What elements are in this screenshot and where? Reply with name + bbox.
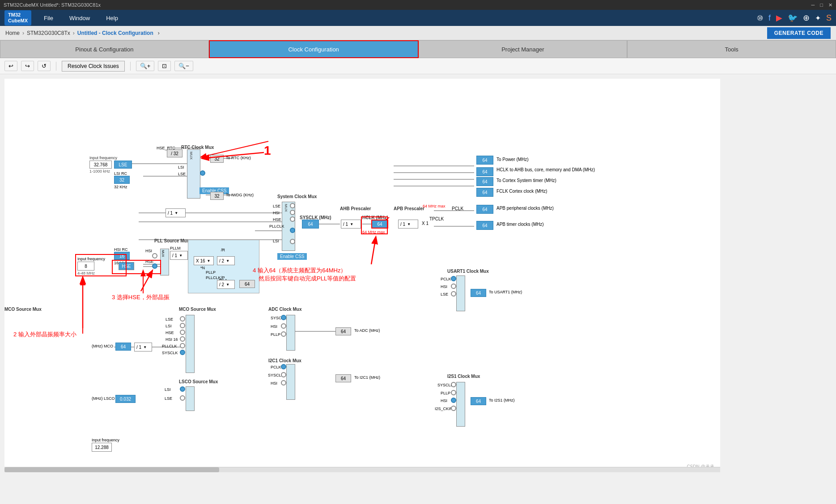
sys-radio-hsi[interactable]	[290, 210, 295, 215]
menu-window[interactable]: Window	[66, 13, 93, 23]
apb-timer-val[interactable]: 64	[476, 221, 493, 230]
pll-n-dropdown[interactable]: X 16	[194, 256, 214, 265]
i2c1-mux-block[interactable]	[286, 364, 295, 400]
tab-project[interactable]: Project Manager	[419, 40, 628, 58]
input-freq-bottom-val[interactable]: 12.288	[92, 443, 112, 452]
pll-src-hsi-radio[interactable]	[152, 253, 157, 258]
lsco-mux-block[interactable]	[186, 386, 195, 411]
i2s1-val-box[interactable]: 64	[471, 397, 486, 405]
mco-radio-lse[interactable]	[180, 316, 185, 322]
tab-clock[interactable]: Clock Configuration	[209, 40, 419, 58]
i2c1-radio-hsi[interactable]	[281, 380, 286, 385]
adc-mux-block[interactable]	[286, 315, 295, 351]
mco-radio-hsi16[interactable]	[180, 336, 185, 342]
icon-star[interactable]: ✦	[815, 14, 821, 22]
bc-home[interactable]: Home	[5, 30, 20, 36]
usart1-val-box[interactable]: 64	[471, 289, 486, 297]
redo-button[interactable]: ↪	[21, 61, 34, 71]
menu-help[interactable]: Help	[102, 13, 122, 23]
resolve-clock-button[interactable]: Resolve Clock Issues	[62, 61, 125, 72]
menu-file[interactable]: File	[40, 13, 57, 23]
icon-twitter[interactable]: 🐦	[788, 13, 798, 23]
sysclk-val-box[interactable]: 64	[302, 220, 319, 229]
i2c1-radio-pclk[interactable]	[281, 364, 286, 369]
pll-src-hse-radio[interactable]	[152, 263, 157, 269]
icon-github[interactable]: ⊕	[803, 13, 810, 23]
mco-radio-pllclk[interactable]	[180, 343, 185, 348]
adc-radio-sysclk[interactable]	[281, 315, 286, 320]
sys-radio-lsi[interactable]	[290, 239, 295, 244]
fclk-val[interactable]: 64	[476, 188, 493, 197]
maximize-btn[interactable]: □	[820, 2, 823, 8]
mco-val-box[interactable]: 64	[115, 343, 131, 351]
hclk-ahb-val[interactable]: 64	[476, 167, 493, 176]
icon-youtube[interactable]: ▶	[776, 13, 782, 23]
usart1-clock-mux-label: USART1 Clock Mux	[447, 269, 489, 274]
tab-tools[interactable]: Tools	[627, 40, 836, 58]
usart1-radio-lse[interactable]	[451, 291, 456, 296]
generate-code-button[interactable]: GENERATE CODE	[767, 27, 831, 39]
apb-prescaler-dropdown[interactable]: / 1	[398, 220, 418, 229]
icon-s[interactable]: S	[826, 13, 832, 23]
i2c1-radio-sysclk[interactable]	[281, 372, 286, 377]
input-freq-hse-val[interactable]: 8	[77, 262, 94, 271]
pll-r-dropdown[interactable]: / 2	[217, 256, 235, 265]
i2s1-mux-block[interactable]	[456, 382, 465, 427]
cortex-sys-val[interactable]: 64	[476, 177, 493, 186]
hse-pll-box[interactable]: HSE	[119, 262, 134, 270]
lsco-radio-lse[interactable]	[180, 395, 185, 401]
i2s1-radio-pllp[interactable]	[451, 390, 456, 395]
refresh-button[interactable]: ↺	[38, 61, 51, 71]
usart1-mux-block[interactable]	[456, 275, 465, 311]
icon-facebook[interactable]: f	[768, 13, 771, 23]
lsco-radio-lsi[interactable]	[180, 386, 185, 392]
close-btn[interactable]: ✕	[828, 2, 832, 8]
pllm-dropdown[interactable]: / 1	[170, 251, 188, 260]
zoom-in-button[interactable]: 🔍+	[136, 61, 155, 71]
clock-diagram-scroll[interactable]: RTC Clock Mux System Clock Mux PLL Sourc…	[0, 74, 836, 504]
mco-radio-sysclk[interactable]	[180, 350, 185, 355]
icon-settings[interactable]: ⑩	[757, 14, 763, 22]
pll-src-mux-block[interactable]: MUX	[160, 249, 169, 275]
sys-radio-hse[interactable]	[290, 216, 295, 222]
hsi-div1-dropdown[interactable]: / 1	[166, 208, 186, 217]
i2s1-radio-sysclk[interactable]	[451, 382, 456, 387]
to-power-val[interactable]: 64	[476, 156, 493, 165]
zoom-out-button[interactable]: 🔍−	[174, 61, 193, 71]
horizontal-scrollbar[interactable]	[4, 467, 720, 472]
bc-device[interactable]: STM32G030C8Tx	[27, 30, 70, 36]
sys-hse-label: HSE	[273, 217, 281, 222]
input-freq-top-value[interactable]: 32.768	[89, 161, 112, 169]
mco-radio-lsi[interactable]	[180, 323, 185, 328]
minimize-btn[interactable]: ─	[811, 2, 815, 8]
tab-pinout[interactable]: Pinout & Configuration	[0, 40, 209, 58]
hclk-val-box[interactable]: 64	[371, 220, 388, 229]
pllp-dropdown[interactable]: / 2	[217, 280, 235, 289]
scrollbar-thumb[interactable]	[4, 467, 219, 472]
ahb-prescaler-dropdown[interactable]: / 1	[341, 220, 361, 229]
adc-radio-pllp[interactable]	[281, 331, 286, 337]
rtc-mux-block[interactable]: MUX	[187, 149, 200, 199]
sys-mux-selected-radio[interactable]	[290, 228, 295, 233]
apb-peripheral-val[interactable]: 64	[476, 205, 493, 214]
adc-radio-hsi[interactable]	[281, 323, 286, 329]
mco-mux-block[interactable]	[186, 315, 195, 373]
lsco-val-box[interactable]: 0.032	[115, 395, 136, 403]
rtc-mux-radio[interactable]	[200, 170, 205, 176]
undo-button[interactable]: ↩	[4, 61, 17, 71]
usart1-radio-hsi[interactable]	[451, 284, 456, 289]
fit-button[interactable]: ⊡	[158, 61, 171, 71]
i2s1-radio-i2sckin[interactable]	[451, 406, 456, 411]
to-rtc-label: To RTC (KHz)	[226, 156, 251, 160]
i2c1-val-box: 64	[335, 374, 351, 382]
enable-css-bottom-button[interactable]: Enable CSS	[277, 253, 307, 260]
hsi-val-box[interactable]: 16	[114, 252, 130, 260]
usart1-radio-pclk[interactable]	[451, 276, 456, 281]
lsi-rc-box[interactable]: 32	[114, 176, 130, 184]
lse-box[interactable]: LSE	[114, 161, 132, 169]
i2s1-radio-hsi[interactable]	[451, 398, 456, 403]
lse-mux-label: LSE	[178, 172, 186, 176]
sys-radio-lse[interactable]	[290, 203, 295, 208]
mco-div-dropdown[interactable]: / 1	[134, 343, 152, 352]
mco-radio-hse[interactable]	[180, 330, 185, 335]
